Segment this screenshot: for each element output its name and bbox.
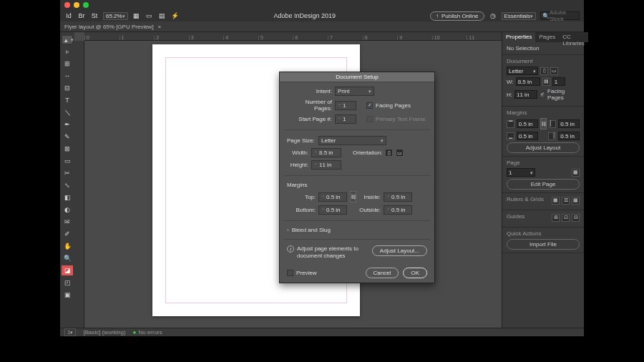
fill-stroke-proxy[interactable]: ◪	[62, 265, 73, 275]
rectangle-frame-tool[interactable]: ⊠	[62, 144, 73, 154]
m-outside-field[interactable]: 0.5 in	[384, 205, 412, 215]
view-options-icon[interactable]: ▦	[132, 11, 141, 20]
ok-button[interactable]: OK	[403, 268, 427, 278]
m-inside-field[interactable]: 0.5 in	[384, 192, 412, 202]
toolbox: ▴ ▹ ⊞ ↔ ⊟ T ＼ ✒ ✎ ⊠ ▭ ✂ ⤡ ◧ ◐ ✉ ✐ ✋ 🔍 ◪ …	[60, 32, 74, 328]
lock-guides-icon[interactable]: ⊟	[572, 214, 580, 222]
link-margins-icon[interactable]: ⛓	[540, 118, 547, 129]
bridge-icon[interactable]: Br	[77, 11, 86, 20]
content-collector-tool[interactable]: ⊟	[62, 83, 73, 93]
facing-pages-checkbox[interactable]	[540, 92, 545, 98]
minimize-window-icon[interactable]	[74, 2, 79, 8]
gap-tool[interactable]: ↔	[62, 71, 73, 81]
page-options-icon[interactable]: ▦	[572, 169, 580, 177]
adjust-layout-dlg-button[interactable]: Adjust Layout...	[372, 245, 427, 256]
sync-settings-icon[interactable]: ◷	[489, 11, 497, 20]
search-input[interactable]: 🔍 Adobe Stock	[540, 11, 580, 20]
gpu-preview-icon[interactable]: ⚡	[171, 11, 180, 20]
page-nav[interactable]: 1	[64, 328, 76, 336]
m-bottom-field[interactable]: 0.5 in	[318, 205, 347, 215]
preflight-profile[interactable]: [Basic] (working)	[83, 329, 125, 336]
primary-text-frame-checkbox	[366, 116, 373, 122]
orientation-landscape-dlg-icon[interactable]: ▭	[396, 149, 404, 157]
vertical-ruler[interactable]	[74, 41, 84, 328]
screen-mode-icon[interactable]: ▭	[145, 11, 154, 20]
page-section-head: Page	[507, 160, 580, 166]
page-size-select-dlg[interactable]: Letter	[318, 136, 386, 145]
app-logo-icon: Id	[64, 11, 73, 20]
screen-mode-tool[interactable]: ▣	[62, 290, 73, 300]
orientation-portrait-icon[interactable]: ▯	[540, 67, 548, 75]
horizontal-ruler[interactable]: 01234567891011	[84, 32, 502, 41]
cancel-button[interactable]: Cancel	[366, 268, 399, 278]
direct-selection-tool[interactable]: ▹	[62, 47, 73, 57]
zoom-tool[interactable]: 🔍	[62, 253, 73, 263]
facing-pages-checkbox-dlg[interactable]	[366, 102, 373, 109]
gradient-swatch-tool[interactable]: ◧	[62, 192, 73, 202]
edit-page-button[interactable]: Edit Page	[507, 179, 580, 190]
pencil-tool[interactable]: ✎	[62, 132, 73, 142]
baseline-grid-icon[interactable]: ☰	[562, 197, 570, 205]
close-tab-icon[interactable]: ×	[158, 24, 162, 30]
width-field-dlg[interactable]: 8.5 in	[311, 148, 341, 157]
eyedropper-tool[interactable]: ✐	[62, 229, 73, 239]
free-transform-tool[interactable]: ⤡	[62, 180, 73, 190]
stock-icon[interactable]: St	[90, 11, 99, 20]
orientation-portrait-dlg-icon[interactable]: ▯	[385, 149, 393, 157]
facing-pages-label-dlg: Facing Pages	[376, 102, 411, 109]
guides-label: Guides	[507, 213, 550, 220]
margin-inside-field[interactable]: 0.5 in	[558, 119, 580, 128]
workspace-select[interactable]: Essentials	[502, 12, 536, 20]
bleed-slug-toggle[interactable]: Bleed and Slug	[287, 227, 427, 233]
page-size-select[interactable]: Letter	[507, 67, 538, 75]
smart-guides-icon[interactable]: ⊡	[562, 214, 570, 222]
document-tab[interactable]: Flyer layout @ 65% [GPU Preview] ×	[60, 21, 584, 32]
maximize-window-icon[interactable]	[83, 2, 89, 8]
preflight-status[interactable]: No errors	[133, 329, 162, 336]
height-field-dlg[interactable]: 11 in	[311, 160, 341, 170]
import-file-button[interactable]: Import File	[507, 239, 580, 250]
close-window-icon[interactable]	[64, 2, 70, 8]
rectangle-tool[interactable]: ▭	[62, 156, 73, 166]
margin-outside-field[interactable]: 0.5 in	[558, 132, 580, 140]
m-top-field[interactable]: 0.5 in	[318, 192, 347, 202]
arrange-docs-icon[interactable]: ▤	[158, 11, 167, 20]
pages-count-field[interactable]: 1	[552, 77, 565, 86]
hand-tool[interactable]: ✋	[62, 241, 73, 251]
link-margins-dlg-icon[interactable]: ⛓	[350, 191, 356, 202]
orientation-landscape-icon[interactable]: ▭	[550, 67, 558, 75]
publish-online-button[interactable]: ↑ Publish Online	[430, 11, 484, 21]
start-page-field[interactable]: 1	[335, 114, 356, 124]
pages-icon: ▤	[542, 78, 550, 86]
margin-top-field[interactable]: 0.5 in	[517, 119, 538, 128]
width-field[interactable]: 8.5 in	[516, 77, 540, 86]
selection-tool[interactable]: ▴	[62, 35, 73, 44]
doc-grid-icon[interactable]: ▩	[572, 197, 580, 205]
zoom-select[interactable]: 65.2%	[103, 12, 128, 20]
primary-text-frame-label: Primary Text Frame	[376, 116, 426, 122]
info-icon: i	[287, 245, 294, 253]
m-top-label: Top:	[287, 194, 316, 200]
tab-cc-libraries[interactable]: CC Libraries	[559, 32, 588, 42]
note-tool[interactable]: ✉	[62, 217, 73, 227]
guides-show-icon[interactable]: ⊞	[552, 214, 560, 222]
intent-select[interactable]: Print	[335, 87, 374, 96]
preview-checkbox[interactable]	[287, 270, 293, 276]
line-tool[interactable]: ＼	[62, 107, 73, 117]
height-field[interactable]: 11 in	[514, 90, 537, 99]
page-number-select[interactable]: 1	[507, 168, 535, 177]
gradient-feather-tool[interactable]: ◐	[62, 205, 73, 215]
tab-pages[interactable]: Pages	[535, 32, 559, 42]
type-tool[interactable]: T	[62, 95, 73, 105]
tab-properties[interactable]: Properties	[502, 32, 535, 42]
margin-bottom-field[interactable]: 0.5 in	[517, 132, 538, 140]
num-pages-field[interactable]: 1	[335, 101, 356, 110]
grid-display-icon[interactable]: ▦	[552, 197, 560, 205]
margins-group-label: Margins	[287, 182, 427, 188]
page-tool[interactable]: ⊞	[62, 59, 73, 69]
default-fill-stroke-icon[interactable]: ◰	[62, 278, 73, 288]
pen-tool[interactable]: ✒	[62, 119, 73, 129]
scissors-tool[interactable]: ✂	[62, 168, 73, 178]
adjust-note: Adjust page elements to document changes	[297, 245, 369, 259]
adjust-layout-button[interactable]: Adjust Layout	[507, 142, 580, 153]
